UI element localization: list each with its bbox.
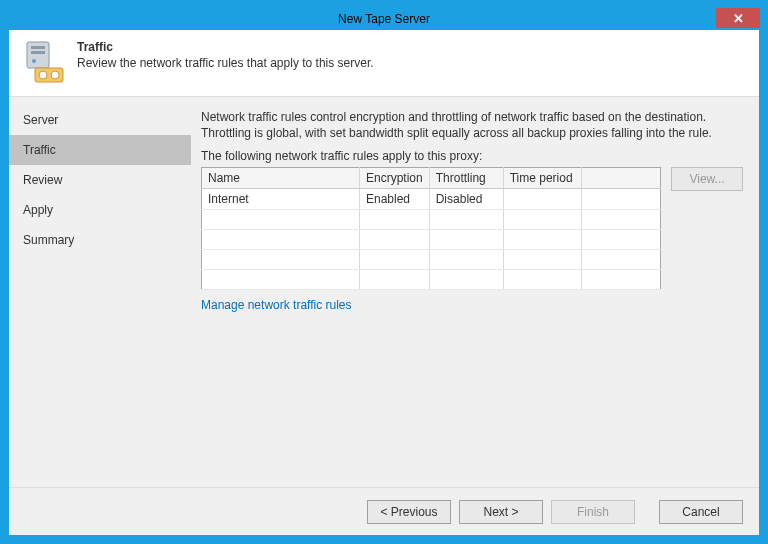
- close-button[interactable]: ✕: [716, 8, 760, 28]
- manage-rules-link[interactable]: Manage network traffic rules: [201, 298, 352, 312]
- header-subtitle: Review the network traffic rules that ap…: [77, 56, 374, 70]
- svg-rect-2: [31, 51, 45, 54]
- cell-timeperiod: [503, 189, 581, 210]
- content-panel: Network traffic rules control encryption…: [191, 97, 759, 487]
- cell-encryption: Enabled: [360, 189, 430, 210]
- table-row-empty: [202, 210, 661, 230]
- table-row-empty: [202, 270, 661, 290]
- finish-button[interactable]: Finish: [551, 500, 635, 524]
- window-title: New Tape Server: [338, 12, 430, 26]
- sidebar-item-server[interactable]: Server: [9, 105, 191, 135]
- previous-button[interactable]: < Previous: [367, 500, 451, 524]
- svg-point-3: [32, 59, 36, 63]
- wizard-header: Traffic Review the network traffic rules…: [9, 30, 759, 97]
- svg-rect-1: [31, 46, 45, 49]
- col-header-name[interactable]: Name: [202, 168, 360, 189]
- wizard-steps: Server Traffic Review Apply Summary: [9, 97, 191, 487]
- sidebar-item-summary[interactable]: Summary: [9, 225, 191, 255]
- cancel-button[interactable]: Cancel: [659, 500, 743, 524]
- table-row[interactable]: Internet Enabled Disabled: [202, 189, 661, 210]
- wizard-footer: < Previous Next > Finish Cancel: [9, 487, 759, 535]
- col-header-timeperiod[interactable]: Time period: [503, 168, 581, 189]
- sidebar-item-traffic[interactable]: Traffic: [9, 135, 191, 165]
- sidebar-item-apply[interactable]: Apply: [9, 195, 191, 225]
- svg-point-6: [51, 71, 59, 79]
- svg-point-5: [39, 71, 47, 79]
- svg-rect-0: [27, 42, 49, 68]
- dialog-window: New Tape Server ✕ Traffic Review the net…: [8, 8, 760, 536]
- sidebar-item-review[interactable]: Review: [9, 165, 191, 195]
- wizard-body: Server Traffic Review Apply Summary Netw…: [9, 97, 759, 487]
- content-list-intro: The following network traffic rules appl…: [201, 149, 743, 163]
- table-row-empty: [202, 250, 661, 270]
- next-button[interactable]: Next >: [459, 500, 543, 524]
- cell-name: Internet: [202, 189, 360, 210]
- header-title: Traffic: [77, 40, 374, 54]
- rules-table: Name Encryption Throttling Time period I…: [201, 167, 661, 290]
- col-header-encryption[interactable]: Encryption: [360, 168, 430, 189]
- col-header-throttling[interactable]: Throttling: [429, 168, 503, 189]
- cell-throttling: Disabled: [429, 189, 503, 210]
- col-header-empty: [581, 168, 660, 189]
- close-icon: ✕: [733, 11, 744, 26]
- view-button[interactable]: View...: [671, 167, 743, 191]
- title-bar: New Tape Server ✕: [8, 8, 760, 30]
- header-text: Traffic Review the network traffic rules…: [77, 40, 374, 84]
- tape-server-icon: [23, 40, 67, 84]
- content-description: Network traffic rules control encryption…: [201, 109, 743, 141]
- table-row-empty: [202, 230, 661, 250]
